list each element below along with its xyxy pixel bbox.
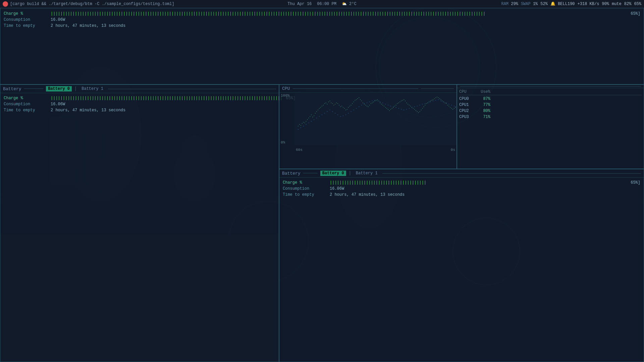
svg-rect-119	[430, 101, 431, 101]
battery-watt-bot: 16.06W	[330, 186, 640, 192]
svg-rect-98	[402, 100, 403, 101]
svg-rect-48	[336, 103, 337, 103]
topbar-cpu: 52%	[540, 2, 548, 6]
svg-rect-168	[375, 100, 375, 101]
topbar-vol1: 82%	[624, 2, 632, 6]
panel-battery-bottom-title: Battery	[282, 171, 301, 176]
label-time-mid: Time to empty	[4, 107, 44, 113]
svg-rect-152	[332, 111, 333, 112]
svg-rect-183	[414, 107, 415, 107]
svg-rect-194	[443, 102, 444, 102]
svg-rect-60	[352, 103, 353, 104]
tab-battery0-bot[interactable]: Battery 0	[320, 171, 346, 176]
svg-rect-91	[393, 107, 394, 108]
svg-rect-87	[388, 109, 388, 110]
svg-rect-24	[305, 123, 305, 123]
tab-battery1-bot[interactable]: Battery 1	[354, 171, 380, 176]
vol2-value: 65%	[634, 2, 641, 6]
svg-rect-65	[359, 98, 359, 98]
svg-rect-106	[413, 108, 414, 109]
topbar-swap: SWAP 1%	[521, 2, 538, 6]
cpu-row-2-name: CPU2	[459, 109, 474, 113]
battery-bar-top: ||||||||||||||||||||||||||||||||||||||||…	[51, 11, 485, 17]
svg-rect-62	[355, 100, 355, 101]
svg-rect-172	[385, 104, 386, 105]
label-charge-top: Charge %	[4, 11, 44, 17]
svg-rect-101	[406, 103, 407, 103]
svg-rect-27	[308, 118, 309, 118]
battery-pct-top: 65%]	[631, 11, 640, 17]
battery-bar-mid: ||||||||||||||||||||||||||||||||||||||||…	[51, 95, 282, 101]
svg-rect-79	[377, 99, 378, 100]
panel-battery-bottom: Battery ────── Battery 0 │ Battery 1 Cha…	[279, 169, 644, 362]
tab-battery0-mid[interactable]: Battery 0	[46, 86, 72, 92]
svg-rect-40	[326, 103, 326, 103]
svg-rect-52	[341, 106, 342, 107]
svg-rect-124	[437, 97, 437, 98]
battery-bar-bot: ||||||||||||||||||||||||||||||||||||||||	[330, 180, 426, 186]
label-charge-mid: Charge %	[4, 95, 44, 101]
svg-rect-141	[303, 126, 304, 126]
topbar-vol2: 65%	[634, 2, 641, 6]
svg-rect-97	[401, 101, 401, 101]
svg-rect-30	[312, 117, 313, 117]
svg-rect-150	[327, 111, 328, 112]
battery-bar-row-mid: ||||||||||||||||||||||||||||||||||||||||…	[51, 95, 296, 101]
battery-top-labels: Charge % Consumption Time to empty	[4, 11, 44, 29]
svg-rect-50	[339, 105, 339, 106]
bell-label: 🔔	[550, 2, 558, 6]
cpu-row-0: CPU0 87%	[459, 96, 642, 102]
svg-rect-68	[363, 103, 363, 103]
panel-header-line-cpu	[421, 88, 454, 89]
panel-cpu-header: CPU ────────────────────────────────────…	[279, 85, 457, 93]
topbar-mute: mute	[612, 2, 622, 6]
label-charge-bot: Charge %	[283, 180, 323, 186]
svg-rect-178	[401, 109, 401, 110]
svg-rect-102	[408, 104, 408, 105]
svg-rect-83	[382, 105, 383, 106]
battery-watt-top: 16.06W	[51, 17, 640, 23]
cpu-row-1: CPU1 77%	[459, 102, 642, 108]
battery-mid-info: Charge % Consumption Time to empty |||||…	[4, 95, 275, 113]
svg-rect-54	[344, 108, 345, 109]
svg-rect-115	[425, 105, 425, 106]
svg-rect-140	[301, 127, 301, 128]
battery-mid-labels: Charge % Consumption Time to empty	[4, 95, 44, 113]
svg-rect-126	[439, 98, 440, 99]
label-time-top: Time to empty	[4, 23, 44, 29]
svg-rect-151	[329, 110, 330, 110]
svg-rect-103	[409, 105, 410, 106]
battery-bot-info: Charge % Consumption Time to empty |||||…	[283, 180, 640, 198]
panel-battery-mid: Battery ──────── Battery 0 │ Battery 1 C…	[0, 84, 279, 362]
panel-cpu-table-header	[457, 85, 644, 88]
svg-rect-118	[429, 102, 429, 102]
battery-time-bot: 2 hours, 47 minutes, 13 seconds	[330, 192, 640, 198]
svg-rect-176	[396, 107, 396, 108]
svg-rect-20	[299, 124, 300, 125]
panel-battery-top-content: Charge % Consumption Time to empty |||||…	[0, 9, 644, 31]
svg-rect-59	[351, 105, 352, 106]
svg-rect-38	[323, 105, 324, 106]
topbar-time: 06:00 PM	[317, 2, 336, 6]
tab-battery1-mid[interactable]: Battery 1	[79, 86, 105, 92]
cpu-col-header-name: CPU	[459, 89, 474, 94]
cpu-col-header-use: Use%	[477, 89, 490, 94]
topbar-center: Thu Apr 16 06:00 PM ⛅ 2°C	[287, 1, 356, 6]
svg-rect-81	[380, 103, 380, 103]
svg-rect-56	[347, 109, 347, 110]
svg-rect-35	[319, 108, 320, 109]
svg-rect-131	[446, 103, 446, 104]
terminal-cmd: [cargo build && ./target/debug/btm -C ./…	[10, 2, 174, 6]
cpu-x-left: 60s	[296, 148, 303, 152]
topbar-net: +318 KB/s	[578, 2, 599, 6]
svg-rect-147	[319, 116, 320, 117]
battery-watt-mid: 16.06W	[51, 101, 296, 107]
svg-rect-42	[328, 102, 329, 102]
svg-rect-190	[433, 101, 433, 101]
panel-cpu-title: CPU	[282, 86, 290, 91]
svg-rect-94	[397, 103, 398, 104]
tab-sep-mid: │	[74, 86, 77, 91]
panel-header-line-bot	[382, 173, 641, 174]
svg-rect-75	[372, 103, 373, 103]
svg-rect-108	[416, 110, 416, 111]
